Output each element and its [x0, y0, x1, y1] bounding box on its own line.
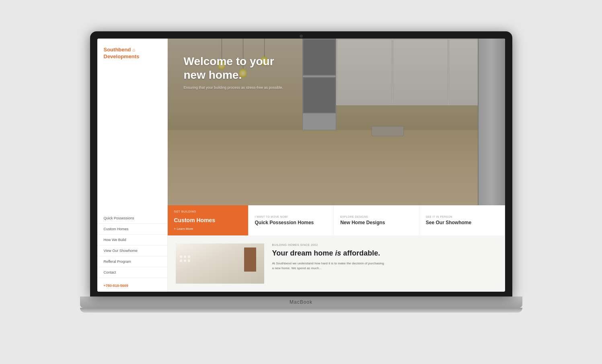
cta-primary-link[interactable]: + Learn More — [174, 227, 242, 231]
cta-secondary: I WANT TO MOVE NOW! Quick Possession Hom… — [248, 205, 505, 235]
logo: Southbend ⌂ Developments — [104, 47, 161, 60]
cta-item-title-1: Quick Possession Homes — [255, 220, 327, 225]
cta-primary-title: Custom Homes — [174, 217, 242, 223]
bottom-body: At Southbend we understand how hard it i… — [272, 261, 385, 271]
logo-sub: Developments — [104, 53, 140, 59]
laptop-camera — [300, 35, 303, 38]
cta-item-quick-possession[interactable]: I WANT TO MOVE NOW! Quick Possession Hom… — [249, 205, 334, 235]
laptop-brand-label: MacBook — [290, 299, 312, 305]
bottom-image — [176, 243, 264, 284]
main-content: Welcome to your new home. Ensuring that … — [168, 39, 505, 292]
phone-number[interactable]: +780-818-5669 — [97, 280, 167, 292]
nav-item-referral[interactable]: Refferal Program — [97, 256, 167, 267]
bottom-title: Your dream home is affordable. — [272, 249, 497, 258]
nav-item-showhome[interactable]: View Our Showhome — [97, 245, 167, 256]
cta-primary-label: GET BUILDING — [174, 210, 242, 213]
dot-5 — [184, 260, 186, 262]
bottom-text: BUILDING HOMES SINCE 2002 Your dream hom… — [272, 243, 497, 284]
dot-1 — [180, 256, 182, 258]
sidebar: Southbend ⌂ Developments Quick Possessio… — [97, 39, 168, 292]
nav-spacer — [97, 76, 167, 213]
hero-title: Welcome to your new home. — [184, 55, 296, 82]
cta-primary[interactable]: GET BUILDING Custom Homes + Learn More — [168, 205, 248, 235]
laptop-bezel: Southbend ⌂ Developments Quick Possessio… — [90, 31, 512, 297]
cta-item-title-2: New Home Designs — [340, 220, 413, 225]
nav-item-quick-possessions[interactable]: Quick Possessions — [97, 213, 167, 224]
laptop-wrapper: Southbend ⌂ Developments Quick Possessio… — [80, 31, 522, 333]
cta-item-title-3: See Our Showhome — [426, 220, 498, 225]
bottom-title-italic: is — [335, 249, 341, 257]
decorative-dots — [180, 256, 190, 262]
interior-door — [244, 247, 256, 272]
cta-item-designs[interactable]: EXPLORE DESIGNS New Home Designs — [334, 205, 419, 235]
hero-subtitle: Ensuring that your building process as s… — [184, 86, 296, 90]
cta-item-label-2: EXPLORE DESIGNS — [340, 215, 413, 218]
laptop-foot — [80, 308, 522, 313]
hero-text-block: Welcome to your new home. Ensuring that … — [184, 55, 296, 90]
laptop-screen: Southbend ⌂ Developments Quick Possessio… — [97, 39, 505, 292]
logo-area: Southbend ⌂ Developments — [97, 47, 167, 68]
cta-strip: GET BUILDING Custom Homes + Learn More I… — [168, 205, 505, 235]
cta-item-showhome[interactable]: SEE IT IN PERSON See Our Showhome — [419, 205, 505, 235]
nav-item-custom-homes[interactable]: Custom Homes — [97, 224, 167, 235]
dot-6 — [188, 260, 190, 262]
bottom-label: BUILDING HOMES SINCE 2002 — [272, 243, 497, 246]
bottom-title-plain: Your dream home — [272, 249, 335, 257]
logo-brand: Southbend — [104, 47, 131, 53]
cta-item-label-1: I WANT TO MOVE NOW! — [255, 215, 327, 218]
nav-item-contact[interactable]: Contact — [97, 267, 167, 278]
hero-section: Welcome to your new home. Ensuring that … — [168, 39, 505, 205]
bottom-title-rest: affordable. — [341, 249, 380, 257]
dot-2 — [184, 256, 186, 258]
bottom-section: BUILDING HOMES SINCE 2002 Your dream hom… — [168, 235, 505, 292]
cta-item-label-3: SEE IT IN PERSON — [426, 215, 498, 218]
laptop-base: MacBook — [80, 297, 522, 308]
dot-4 — [180, 260, 182, 262]
logo-icon: ⌂ — [132, 47, 135, 53]
dot-3 — [188, 256, 190, 258]
nav-item-how-we-build[interactable]: How We Build — [97, 235, 167, 245]
